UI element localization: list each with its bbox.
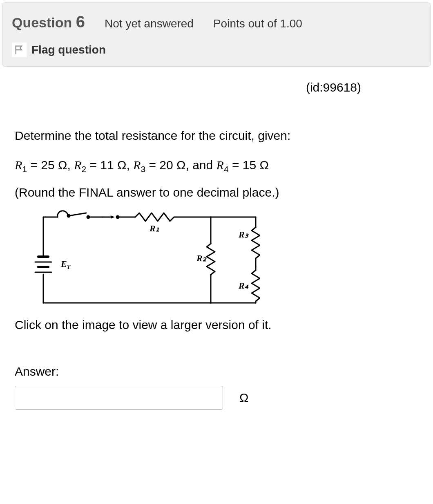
r4-unit: Ω <box>259 158 268 172</box>
answer-row: Ω <box>15 386 418 410</box>
header-row: Question 6 Not yet answered Points out o… <box>12 13 421 31</box>
flag-icon <box>12 43 27 57</box>
question-number-value: 6 <box>76 13 85 31</box>
svg-marker-2 <box>111 215 115 219</box>
answer-label: Answer: <box>15 365 418 379</box>
question-label: Question <box>12 15 72 30</box>
r4-sub: 4 <box>224 164 229 174</box>
r4-value: 15 <box>243 158 256 172</box>
circuit-r2-label: R₂ <box>196 253 207 263</box>
rounding-note: (Round the FINAL answer to one decimal p… <box>15 183 418 202</box>
question-body: (id:99618) Determine the total resistanc… <box>0 67 433 426</box>
and-word: and <box>192 158 213 172</box>
r2-value: 11 <box>100 158 114 172</box>
r1-name: R <box>15 158 22 172</box>
points-text: Points out of 1.00 <box>213 17 302 30</box>
r4-name: R <box>216 158 224 172</box>
r3-unit: Ω <box>176 158 185 172</box>
r3-name: R <box>133 158 141 172</box>
circuit-r1-label: R₁ <box>149 223 159 233</box>
r3-value: 20 <box>159 158 173 172</box>
given-values: R1 = 25 Ω, R2 = 11 Ω, R3 = 20 Ω, and R4 … <box>15 156 418 176</box>
circuit-r3-label: R₃ <box>238 229 249 240</box>
r1-unit: Ω <box>58 158 67 172</box>
answer-status: Not yet answered <box>105 17 194 30</box>
r2-name: R <box>74 158 81 172</box>
question-id: (id:99618) <box>15 81 418 94</box>
circuit-image[interactable]: ET R₁ R₂ R₃ R₄ <box>15 205 418 310</box>
question-header: Question 6 Not yet answered Points out o… <box>2 2 431 67</box>
answer-input[interactable] <box>15 386 223 410</box>
answer-unit: Ω <box>239 391 248 405</box>
image-click-note: Click on the image to view a larger vers… <box>15 318 418 332</box>
r3-sub: 3 <box>141 164 145 174</box>
r2-sub: 2 <box>81 164 86 174</box>
question-number: Question 6 <box>12 13 85 31</box>
r1-value: 25 <box>41 158 54 172</box>
question-prompt: Determine the total resistance for the c… <box>15 127 418 144</box>
circuit-source-label: ET <box>60 259 71 270</box>
circuit-r4-label: R₄ <box>238 280 249 291</box>
r2-unit: Ω <box>117 158 126 172</box>
flag-question-label: Flag question <box>31 43 106 56</box>
r1-sub: 1 <box>22 164 27 174</box>
flag-question-link[interactable]: Flag question <box>12 43 421 57</box>
